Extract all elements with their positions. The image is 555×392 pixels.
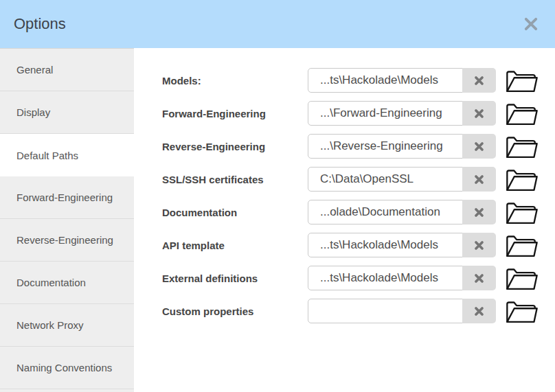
x-icon [474, 240, 484, 251]
path-label: API template [162, 240, 308, 251]
options-dialog: Options General Display Default Paths Fo… [0, 0, 555, 392]
folder-icon [505, 100, 539, 127]
browse-folder-button[interactable] [504, 100, 540, 127]
browse-folder-button[interactable] [504, 67, 540, 94]
clear-path-button[interactable] [462, 68, 496, 93]
sidebar-item-default-paths[interactable]: Default Paths [0, 134, 134, 176]
clear-path-button[interactable] [462, 299, 496, 323]
sidebar-item-label: Display [16, 106, 50, 118]
folder-icon [505, 297, 539, 325]
browse-folder-button[interactable] [504, 198, 540, 226]
path-label: SSL/SSH certificates [162, 174, 308, 185]
clear-path-button[interactable] [462, 200, 496, 224]
x-icon [474, 174, 484, 185]
path-input[interactable] [308, 167, 463, 192]
path-label: External definitions [162, 273, 308, 284]
folder-icon [505, 264, 539, 292]
sidebar-item-label: General [16, 64, 53, 76]
x-icon [474, 273, 484, 284]
path-input-group [308, 299, 496, 323]
sidebar-item-naming-conventions[interactable]: Naming Conventions [0, 347, 134, 389]
browse-folder-button[interactable] [504, 231, 540, 259]
dialog-title: Options [14, 15, 66, 33]
path-input-group [308, 134, 496, 159]
x-icon [474, 207, 484, 218]
browse-folder-button[interactable] [504, 297, 540, 325]
path-row: Reverse-Engineering [162, 134, 555, 159]
path-input[interactable] [308, 233, 463, 257]
sidebar-item-documentation[interactable]: Documentation [0, 262, 134, 304]
path-row: SSL/SSH certificates [162, 167, 555, 192]
sidebar-item-display[interactable]: Display [0, 91, 134, 134]
sidebar-item-forward-engineering[interactable]: Forward-Engineering [0, 176, 134, 219]
sidebar-item-network-proxy[interactable]: Network Proxy [0, 304, 134, 347]
folder-icon [505, 165, 539, 193]
clear-path-button[interactable] [462, 134, 496, 159]
path-input[interactable] [308, 299, 463, 323]
path-input-group [308, 167, 496, 192]
path-input[interactable] [308, 200, 463, 224]
options-sidebar: General Display Default Paths Forward-En… [0, 48, 134, 392]
sidebar-item-label: Network Proxy [16, 319, 84, 331]
path-row: Custom properties [162, 299, 555, 323]
path-input[interactable] [308, 266, 463, 290]
path-input-group [308, 101, 496, 126]
folder-icon [505, 198, 539, 226]
x-icon [523, 16, 539, 32]
browse-folder-button[interactable] [504, 165, 540, 193]
sidebar-item-label: Naming Conventions [16, 362, 112, 373]
path-row: Forward-Engineering [162, 101, 555, 126]
clear-path-button[interactable] [462, 233, 496, 257]
close-button[interactable] [522, 15, 540, 33]
dialog-header: Options [0, 0, 555, 48]
path-row: Models: [162, 68, 555, 93]
folder-icon [505, 67, 539, 94]
path-label: Forward-Engineering [162, 108, 308, 119]
x-icon [474, 141, 484, 152]
path-label: Reverse-Engineering [162, 141, 308, 152]
x-icon [474, 76, 484, 86]
browse-folder-button[interactable] [504, 264, 540, 292]
default-paths-panel: Models: Forward-Engineering [134, 48, 555, 392]
browse-folder-button[interactable] [504, 132, 540, 160]
path-input[interactable] [308, 101, 463, 126]
x-icon [474, 306, 484, 316]
sidebar-item-label: Default Paths [16, 150, 78, 161]
path-input[interactable] [308, 134, 463, 159]
dialog-body: General Display Default Paths Forward-En… [0, 48, 555, 392]
clear-path-button[interactable] [462, 167, 496, 192]
folder-icon [505, 231, 539, 259]
path-input-group [308, 233, 496, 257]
path-input-group [308, 68, 496, 93]
path-input[interactable] [308, 68, 463, 93]
path-row: API template [162, 233, 555, 257]
sidebar-item-label: Reverse-Engineering [16, 234, 113, 246]
sidebar-item-general[interactable]: General [0, 49, 134, 91]
path-label: Custom properties [162, 305, 308, 317]
path-label: Models: [162, 75, 308, 87]
path-input-group [308, 200, 496, 224]
path-row: Documentation [162, 200, 555, 224]
sidebar-item-reverse-engineering[interactable]: Reverse-Engineering [0, 219, 134, 262]
path-label: Documentation [162, 207, 308, 218]
sidebar-item-label: Documentation [16, 277, 86, 288]
sidebar-item-label: Forward-Engineering [16, 192, 113, 203]
clear-path-button[interactable] [462, 101, 496, 126]
path-row: External definitions [162, 266, 555, 290]
clear-path-button[interactable] [462, 266, 496, 290]
x-icon [474, 108, 484, 119]
folder-icon [505, 132, 539, 160]
path-input-group [308, 266, 496, 290]
